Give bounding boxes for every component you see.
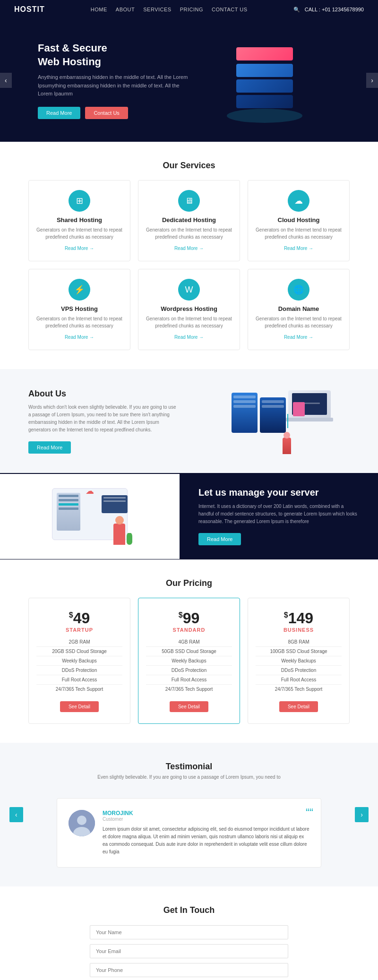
hero-contact-button[interactable]: Contact Us (85, 107, 128, 119)
domain-name-icon: 🌐 (288, 279, 309, 301)
service-wordpress-title: Wordpress Hosting (146, 305, 232, 312)
standard-feature-2: Weekly Backups (146, 656, 232, 666)
about-description: Words which don't look even slightly bel… (28, 404, 180, 434)
business-currency: $ (284, 611, 288, 619)
plant-decoration (127, 533, 132, 545)
contact-form: SEND (90, 925, 288, 980)
stack-layer-mid1 (236, 64, 293, 77)
business-detail-button[interactable]: See Detail (279, 701, 318, 712)
hero-section: ‹ Fast & Secure Web Hosting Anything emb… (0, 19, 378, 142)
dedicated-hosting-icon: 🖥 (178, 190, 200, 212)
nav-about[interactable]: ABOUT (116, 7, 135, 12)
avatar-image (69, 810, 95, 836)
service-vps-title: VPS Hosting (36, 305, 122, 312)
person-head (115, 516, 124, 524)
search-icon[interactable]: 🔍 (293, 7, 300, 13)
testimonial-title: Testimonial (28, 762, 350, 772)
person-body (113, 524, 125, 545)
robot-figure (283, 438, 291, 454)
standard-price: $99 (146, 610, 232, 627)
business-feature-3: DDoS Protection (256, 666, 342, 675)
service-vps-link[interactable]: Read More (65, 335, 94, 340)
standard-feature-3: DDoS Protection (146, 666, 232, 675)
server-tower-1 (232, 393, 258, 433)
startup-features: 2GB RAM 20GB SSD Cloud Storage Weekly Ba… (36, 637, 122, 694)
server-tower-2 (260, 397, 286, 433)
testimonial-subtitle: Even slightly believable. If you are goi… (28, 774, 350, 780)
about-read-more-button[interactable]: Read More (28, 441, 71, 454)
services-section: Our Services ⊞ Shared Hosting Generators… (0, 142, 378, 369)
hero-subtitle: Anything embarrassing hidden in the midd… (38, 73, 189, 98)
standard-detail-button[interactable]: See Detail (170, 701, 208, 712)
pricing-card-standard: $99 STANDARD 4GB RAM 50GB SSD Cloud Stor… (138, 598, 240, 724)
book-object (293, 402, 305, 416)
startup-price: $49 (36, 610, 122, 627)
contact-section: Get In Touch SEND (0, 886, 378, 980)
svg-point-1 (77, 816, 86, 825)
testimonial-section: Testimonial Even slightly believable. If… (0, 743, 378, 886)
business-feature-2: Weekly Backups (256, 656, 342, 666)
standard-plan-name: STANDARD (146, 627, 232, 633)
service-cloud-title: Cloud Hosting (256, 216, 342, 224)
hero-content: Fast & Secure Web Hosting Anything embar… (38, 42, 189, 119)
service-card-cloud: ☁ Cloud Hosting Generators on the Intern… (248, 180, 350, 261)
testimonial-next-button[interactable]: › (355, 807, 369, 822)
hero-read-more-button[interactable]: Read More (38, 107, 80, 119)
testimonial-text-area: MOROJINK Customer Lorem ipsum dolor sit … (103, 810, 309, 856)
cloud-hosting-icon: ☁ (288, 190, 309, 212)
startup-currency: $ (69, 611, 73, 619)
about-illustration (227, 388, 321, 454)
service-wordpress-desc: Generators on the Internet tend to repea… (146, 315, 232, 329)
nav-phone: CALL : +01 12345678990 (305, 7, 364, 12)
service-wordpress-link[interactable]: Read More (174, 335, 204, 340)
startup-detail-button[interactable]: See Detail (60, 701, 99, 712)
service-dedicated-desc: Generators on the Internet tend to repea… (146, 226, 232, 241)
banner-read-more-button[interactable]: Read More (198, 533, 241, 545)
startup-feature-3: DDoS Protection (36, 666, 122, 675)
banner-illustration: ☁ (43, 483, 137, 550)
business-plan-name: BUSINESS (256, 627, 342, 633)
business-feature-4: Full Root Access (256, 675, 342, 685)
pricing-card-business: $149 BUSINESS 8GB RAM 100GB SSD Cloud St… (248, 598, 350, 724)
nav-contact[interactable]: CONTACT US (212, 7, 248, 12)
about-image (198, 388, 350, 454)
about-title: About Us (28, 389, 180, 399)
service-card-shared: ⊞ Shared Hosting Generators on the Inter… (28, 180, 130, 261)
service-card-dedicated: 🖥 Dedicated Hosting Generators on the In… (138, 180, 240, 261)
nav-services[interactable]: SERVICES (143, 7, 171, 12)
contact-email-input[interactable] (90, 944, 288, 958)
service-shared-link[interactable]: Read More (65, 246, 94, 251)
hero-title: Fast & Secure Web Hosting (38, 42, 189, 69)
banner-content: Let us manage your server Internet. It u… (180, 473, 378, 559)
managed-server-banner: ☁ Let us manage your server Internet. It… (0, 473, 378, 559)
nav-pricing[interactable]: PRICING (180, 7, 203, 12)
contact-name-input[interactable] (90, 925, 288, 939)
shared-hosting-icon: ⊞ (69, 190, 90, 212)
service-domain-link[interactable]: Read More (284, 335, 313, 340)
startup-feature-0: 2GB RAM (36, 637, 122, 647)
testimonial-prev-button[interactable]: ‹ (9, 807, 23, 822)
business-price: $149 (256, 610, 342, 627)
standard-feature-0: 4GB RAM (146, 637, 232, 647)
pricing-grid: $49 STARTUP 2GB RAM 20GB SSD Cloud Stora… (28, 598, 350, 724)
stack-layer-top (236, 47, 293, 60)
hero-prev-button[interactable]: ‹ (0, 73, 12, 88)
service-dedicated-link[interactable]: Read More (174, 246, 204, 251)
service-domain-desc: Generators on the Internet tend to repea… (256, 315, 342, 329)
service-domain-title: Domain Name (256, 305, 342, 312)
business-features: 8GB RAM 100GB SSD Cloud Storage Weekly B… (256, 637, 342, 694)
standard-feature-1: 50GB SSD Cloud Storage (146, 647, 232, 656)
services-grid: ⊞ Shared Hosting Generators on the Inter… (28, 180, 350, 350)
hero-next-button[interactable]: › (366, 73, 378, 88)
stack-layer-bot (236, 95, 293, 108)
pricing-title: Our Pricing (28, 578, 350, 588)
service-shared-desc: Generators on the Internet tend to repea… (36, 226, 122, 241)
nav-home[interactable]: HOME (91, 7, 107, 12)
service-vps-desc: Generators on the Internet tend to repea… (36, 315, 122, 329)
stack-layer-mid2 (236, 79, 293, 93)
service-cloud-link[interactable]: Read More (284, 246, 313, 251)
services-title: Our Services (28, 161, 350, 171)
business-feature-5: 24/7/365 Tech Support (256, 685, 342, 694)
contact-phone-input[interactable] (90, 963, 288, 977)
laptop-base (286, 418, 333, 421)
